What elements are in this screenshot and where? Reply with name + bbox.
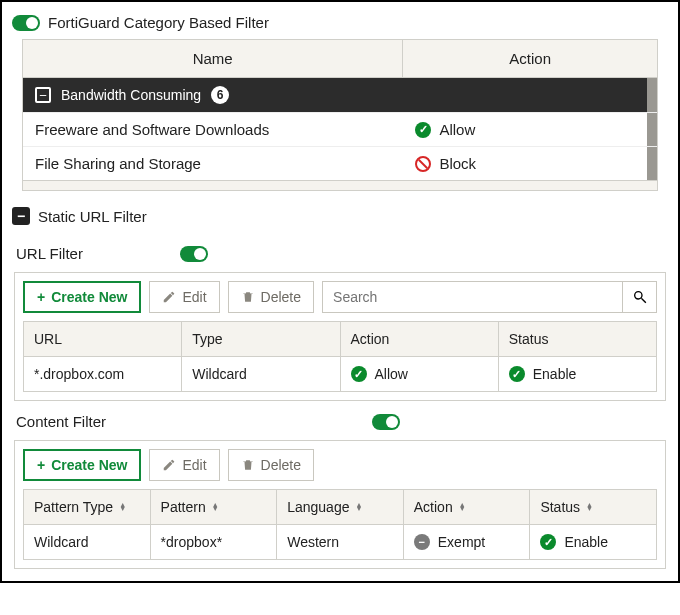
search-icon <box>632 289 648 305</box>
table-footer <box>23 180 657 190</box>
col-status[interactable]: Status▲▼ <box>530 490 657 525</box>
sort-icon: ▲▼ <box>119 503 126 511</box>
fortiguard-section-header: FortiGuard Category Based Filter <box>12 10 668 39</box>
col-status[interactable]: Status <box>498 322 656 357</box>
cell-language: Western <box>277 525 404 560</box>
col-action[interactable]: Action▲▼ <box>403 490 530 525</box>
sort-icon: ▲▼ <box>355 503 362 511</box>
fortiguard-toggle[interactable] <box>12 15 40 31</box>
url-filter-box: + Create New Edit Delete URL <box>14 272 666 401</box>
static-url-title: Static URL Filter <box>38 208 147 225</box>
cell-type: Wildcard <box>182 357 340 392</box>
content-filter-box: + Create New Edit Delete Pattern Type▲▼ <box>14 440 666 569</box>
row-action: Block <box>403 147 657 180</box>
row-action: ✓ Allow <box>403 113 657 146</box>
enable-icon: ✓ <box>540 534 556 550</box>
group-label: Bandwidth Consuming <box>61 87 201 103</box>
search-wrap <box>322 281 657 313</box>
content-filter-toggle[interactable] <box>372 414 400 430</box>
url-filter-table: URL Type Action Status *.dropbox.com Wil… <box>23 321 657 392</box>
scrollbar-thumb[interactable] <box>647 113 657 146</box>
url-filter-header: URL Filter <box>12 233 668 272</box>
cell-url: *.dropbox.com <box>24 357 182 392</box>
fortiguard-table: Name Action − Bandwidth Consuming 6 Free… <box>22 39 658 191</box>
allow-icon: ✓ <box>351 366 367 382</box>
table-row[interactable]: Wildcard *dropbox* Western − Exempt ✓ En… <box>24 525 657 560</box>
sort-icon: ▲▼ <box>459 503 466 511</box>
allow-icon: ✓ <box>415 122 431 138</box>
table-row[interactable]: Freeware and Software Downloads ✓ Allow <box>23 112 657 146</box>
collapse-icon[interactable]: − <box>12 207 30 225</box>
table-row[interactable]: *.dropbox.com Wildcard ✓ Allow ✓ Enable <box>24 357 657 392</box>
fortiguard-title: FortiGuard Category Based Filter <box>48 14 269 31</box>
plus-icon: + <box>37 289 45 305</box>
cell-action: ✓ Allow <box>340 357 498 392</box>
col-action[interactable]: Action <box>403 40 657 77</box>
cell-pattern: *dropbox* <box>150 525 277 560</box>
search-button[interactable] <box>622 282 656 312</box>
static-url-section-header: − Static URL Filter <box>12 191 668 233</box>
row-name: File Sharing and Storage <box>23 147 403 180</box>
delete-button[interactable]: Delete <box>228 449 314 481</box>
category-group-row[interactable]: − Bandwidth Consuming 6 <box>23 78 657 112</box>
pencil-icon <box>162 290 176 304</box>
col-url[interactable]: URL <box>24 322 182 357</box>
url-filter-toggle[interactable] <box>180 246 208 262</box>
content-filter-label: Content Filter <box>16 413 372 430</box>
scrollbar-thumb[interactable] <box>647 78 657 112</box>
trash-icon <box>241 290 255 304</box>
edit-button[interactable]: Edit <box>149 281 219 313</box>
col-language[interactable]: Language▲▼ <box>277 490 404 525</box>
collapse-icon[interactable]: − <box>35 87 51 103</box>
block-icon <box>415 156 431 172</box>
create-new-button[interactable]: + Create New <box>23 281 141 313</box>
content-filter-table: Pattern Type▲▼ Pattern▲▼ Language▲▼ Acti… <box>23 489 657 560</box>
cell-status: ✓ Enable <box>530 525 657 560</box>
pencil-icon <box>162 458 176 472</box>
search-input[interactable] <box>323 282 622 312</box>
exempt-icon: − <box>414 534 430 550</box>
table-row[interactable]: File Sharing and Storage Block <box>23 146 657 180</box>
content-filter-toolbar: + Create New Edit Delete <box>23 449 657 481</box>
cell-action: − Exempt <box>403 525 530 560</box>
content-filter-header: Content Filter <box>12 401 668 440</box>
col-pattern-type[interactable]: Pattern Type▲▼ <box>24 490 151 525</box>
group-count: 6 <box>211 86 229 104</box>
url-filter-toolbar: + Create New Edit Delete <box>23 281 657 313</box>
plus-icon: + <box>37 457 45 473</box>
col-name[interactable]: Name <box>23 40 403 77</box>
scrollbar-thumb[interactable] <box>647 147 657 180</box>
cell-pattern-type: Wildcard <box>24 525 151 560</box>
col-type[interactable]: Type <box>182 322 340 357</box>
trash-icon <box>241 458 255 472</box>
delete-button[interactable]: Delete <box>228 281 314 313</box>
col-pattern[interactable]: Pattern▲▼ <box>150 490 277 525</box>
create-new-button[interactable]: + Create New <box>23 449 141 481</box>
col-action[interactable]: Action <box>340 322 498 357</box>
sort-icon: ▲▼ <box>586 503 593 511</box>
cell-status: ✓ Enable <box>498 357 656 392</box>
sort-icon: ▲▼ <box>212 503 219 511</box>
edit-button[interactable]: Edit <box>149 449 219 481</box>
url-filter-label: URL Filter <box>16 245 156 262</box>
row-name: Freeware and Software Downloads <box>23 113 403 146</box>
enable-icon: ✓ <box>509 366 525 382</box>
fortiguard-table-head: Name Action <box>23 40 657 78</box>
